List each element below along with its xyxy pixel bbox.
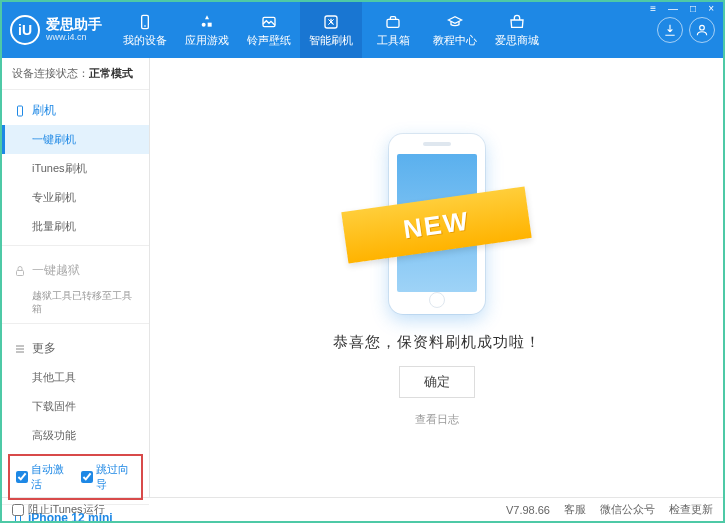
options-highlight: 自动激活 跳过向导 — [8, 454, 143, 500]
nav-store[interactable]: 爱思商城 — [486, 2, 548, 58]
nav-apps[interactable]: 应用游戏 — [176, 2, 238, 58]
nav-toolbox[interactable]: 工具箱 — [362, 2, 424, 58]
svg-rect-8 — [18, 106, 23, 116]
ok-button[interactable]: 确定 — [399, 366, 475, 398]
success-illustration: NEW — [354, 129, 519, 319]
svg-rect-6 — [387, 19, 399, 27]
phone-small-icon — [14, 105, 26, 117]
section-more[interactable]: 更多 — [2, 334, 149, 363]
nav-flash[interactable]: 智能刷机 — [300, 2, 362, 58]
nav-ringtones[interactable]: 铃声壁纸 — [238, 2, 300, 58]
sidebar-item-firmware[interactable]: 下载固件 — [2, 392, 149, 421]
sidebar-item-oneclick[interactable]: 一键刷机 — [2, 125, 149, 154]
nav-my-device[interactable]: 我的设备 — [114, 2, 176, 58]
logo-icon: iU — [10, 15, 40, 45]
svg-rect-3 — [208, 22, 212, 26]
wallpaper-icon — [260, 13, 278, 31]
main-nav: 我的设备 应用游戏 铃声壁纸 智能刷机 工具箱 教程中心 爱思商城 — [114, 2, 548, 58]
download-icon[interactable] — [657, 17, 683, 43]
minimize-button[interactable]: — — [665, 2, 681, 15]
sidebar-item-itunes[interactable]: iTunes刷机 — [2, 154, 149, 183]
sidebar-item-advanced[interactable]: 高级功能 — [2, 421, 149, 450]
footer-update[interactable]: 检查更新 — [669, 502, 713, 517]
settings-icon[interactable]: ≡ — [647, 2, 659, 15]
maximize-button[interactable]: □ — [687, 2, 699, 15]
menu-icon — [14, 343, 26, 355]
jailbreak-note: 越狱工具已转移至工具箱 — [2, 285, 149, 319]
store-icon — [508, 13, 526, 31]
checkbox-auto-activate[interactable]: 自动激活 — [16, 462, 71, 492]
sidebar-item-other[interactable]: 其他工具 — [2, 363, 149, 392]
sidebar: 设备连接状态：正常模式 刷机 一键刷机 iTunes刷机 专业刷机 批量刷机 一… — [2, 58, 150, 497]
footer-wechat[interactable]: 微信公众号 — [600, 502, 655, 517]
success-message: 恭喜您，保资料刷机成功啦！ — [333, 333, 541, 352]
user-icon[interactable] — [689, 17, 715, 43]
graduation-icon — [446, 13, 464, 31]
app-logo: iU 爱思助手 www.i4.cn — [10, 15, 102, 45]
nav-tutorials[interactable]: 教程中心 — [424, 2, 486, 58]
app-header: iU 爱思助手 www.i4.cn 我的设备 应用游戏 铃声壁纸 智能刷机 工具… — [2, 2, 723, 58]
app-name: 爱思助手 — [46, 17, 102, 32]
lock-icon — [14, 265, 26, 277]
svg-rect-0 — [142, 15, 149, 28]
main-content: NEW 恭喜您，保资料刷机成功啦！ 确定 查看日志 — [150, 58, 723, 497]
close-button[interactable]: × — [705, 2, 717, 15]
version-label: V7.98.66 — [506, 504, 550, 516]
toolbox-icon — [384, 13, 402, 31]
sidebar-item-batch[interactable]: 批量刷机 — [2, 212, 149, 241]
device-status: 设备连接状态：正常模式 — [2, 58, 149, 90]
window-controls: ≡ — □ × — [647, 0, 717, 17]
footer-service[interactable]: 客服 — [564, 502, 586, 517]
flash-icon — [322, 13, 340, 31]
view-log-link[interactable]: 查看日志 — [415, 412, 459, 427]
section-jailbreak[interactable]: 一键越狱 — [2, 256, 149, 285]
svg-rect-9 — [17, 270, 24, 275]
apps-icon — [198, 13, 216, 31]
sidebar-item-pro[interactable]: 专业刷机 — [2, 183, 149, 212]
section-flash[interactable]: 刷机 — [2, 96, 149, 125]
svg-point-7 — [700, 25, 705, 30]
app-url: www.i4.cn — [46, 33, 102, 43]
checkbox-skip-guide[interactable]: 跳过向导 — [81, 462, 136, 492]
checkbox-block-itunes[interactable]: 阻止iTunes运行 — [12, 502, 105, 517]
svg-point-2 — [202, 22, 206, 26]
phone-icon — [136, 13, 154, 31]
